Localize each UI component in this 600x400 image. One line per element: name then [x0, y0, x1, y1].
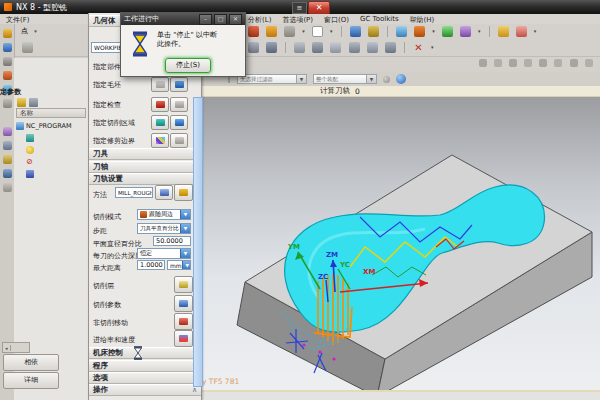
- toolbar-icon[interactable]: [312, 42, 323, 53]
- navigator-item-nc-program[interactable]: NC_PROGRAM: [16, 120, 86, 131]
- toolbar-icon[interactable]: [266, 26, 277, 37]
- window-close-button[interactable]: ✕: [308, 1, 330, 15]
- chevron-up-icon[interactable]: ∧: [192, 386, 197, 394]
- toolbar-icon[interactable]: [350, 26, 361, 37]
- chevron-down-icon[interactable]: ▼: [180, 249, 190, 258]
- resource-icon[interactable]: [3, 43, 12, 52]
- section-machine-control[interactable]: 机床控制 ∨: [89, 347, 201, 359]
- navigator-item[interactable]: [16, 144, 86, 155]
- dialog-scrollbar[interactable]: [193, 97, 203, 387]
- section-options[interactable]: 选项 ∨: [89, 372, 201, 384]
- toolbar-dropdown-icon[interactable]: ▾: [330, 28, 333, 34]
- edit-pencil-icon[interactable]: [17, 98, 26, 107]
- resource-icon[interactable]: [3, 183, 12, 192]
- toolbar-icon[interactable]: [294, 42, 305, 53]
- cutting-parameters-button[interactable]: [174, 295, 193, 312]
- navigator-item[interactable]: [16, 168, 86, 179]
- resource-icon[interactable]: [3, 57, 12, 66]
- chevron-down-icon[interactable]: ▼: [296, 75, 306, 83]
- stepover-combo[interactable]: 刀具平直百分比 ▼: [137, 223, 191, 234]
- specify-check-button[interactable]: [151, 97, 169, 112]
- toolbar-icon[interactable]: [330, 42, 341, 53]
- selection-scope-combo[interactable]: 整个装配 ▼: [313, 74, 377, 84]
- close-icon[interactable]: ✕: [229, 14, 242, 25]
- toolbar-icon[interactable]: [585, 59, 593, 67]
- sphere-view-icon[interactable]: [396, 74, 406, 84]
- resource-icon[interactable]: [3, 99, 12, 108]
- resource-icon[interactable]: [3, 29, 12, 38]
- toolbar-icon[interactable]: [516, 26, 527, 37]
- resource-icon[interactable]: [3, 127, 12, 136]
- percent-flat-field[interactable]: 50.0000: [153, 236, 191, 246]
- toolbar-icon[interactable]: [442, 26, 453, 37]
- section-tool-axis[interactable]: 刀轴 ∨: [89, 161, 201, 173]
- toolbar-icon[interactable]: [22, 42, 33, 53]
- display-check-button[interactable]: [170, 97, 188, 112]
- specify-blank-button[interactable]: [151, 77, 169, 92]
- resource-icon[interactable]: [3, 71, 12, 80]
- toolbar-dropdown-icon[interactable]: ▾: [432, 28, 435, 34]
- toolbar-icon[interactable]: [414, 26, 425, 37]
- toolbar-icon[interactable]: [479, 59, 487, 67]
- window-menu-icon[interactable]: ≡: [292, 2, 307, 14]
- toolbar-icon[interactable]: [396, 26, 407, 37]
- dependencies-button[interactable]: 相依: [3, 354, 59, 371]
- resource-icon[interactable]: [3, 155, 12, 164]
- chevron-down-icon[interactable]: ▼: [182, 261, 191, 269]
- toolbar-icon[interactable]: [460, 26, 471, 37]
- max-distance-field[interactable]: 1.0000: [137, 260, 165, 270]
- toolbar-dropdown-icon[interactable]: ▾: [478, 28, 481, 34]
- section-tool[interactable]: 刀具 ∨: [89, 148, 201, 160]
- section-actions[interactable]: 操作 ∧: [89, 384, 201, 396]
- depth-per-cut-combo[interactable]: 恒定 ▼: [137, 248, 191, 259]
- toolbar-icon[interactable]: [494, 59, 502, 67]
- toolbar-icon[interactable]: [367, 42, 378, 53]
- display-trim-button[interactable]: [170, 133, 188, 148]
- toolbar-icon[interactable]: [248, 26, 259, 37]
- chevron-down-icon[interactable]: ▼: [180, 224, 190, 233]
- toolbar-icon[interactable]: [385, 42, 396, 53]
- non-cutting-moves-button[interactable]: [174, 313, 193, 330]
- selection-filter-combo[interactable]: 无选择过滤器 ▼: [237, 74, 307, 84]
- toolbar-icon[interactable]: [266, 42, 277, 53]
- toolbar-icon[interactable]: [539, 59, 547, 67]
- chevron-down-icon[interactable]: ▼: [366, 75, 376, 83]
- navigator-tool-icon[interactable]: [29, 98, 38, 107]
- display-cut-area-button[interactable]: [170, 115, 188, 130]
- method-combo[interactable]: MILL_ROUGH ▼: [115, 187, 153, 198]
- feeds-speeds-button[interactable]: [174, 330, 193, 347]
- toolbar-icon[interactable]: [524, 59, 532, 67]
- maximize-icon[interactable]: □: [214, 14, 227, 25]
- resource-icon[interactable]: [3, 113, 12, 122]
- point-dropdown-icon[interactable]: ▾: [34, 28, 37, 34]
- display-blank-button[interactable]: [170, 77, 188, 92]
- toolbar-icon[interactable]: [498, 26, 509, 37]
- cut-levels-button[interactable]: [174, 276, 193, 293]
- toolbar-dropdown-icon[interactable]: ▾: [431, 44, 434, 50]
- toolbar-icon[interactable]: [248, 42, 259, 53]
- max-distance-unit-combo[interactable]: mm ▼: [167, 260, 191, 270]
- specify-trim-button[interactable]: [151, 133, 169, 148]
- graphics-viewport[interactable]: YM YC ZM ZC XM y TF5 781: [200, 97, 600, 390]
- toolbar-dropdown-icon[interactable]: ▾: [302, 28, 305, 34]
- toolbar-icon[interactable]: [509, 59, 517, 67]
- resource-icon[interactable]: [3, 141, 12, 150]
- progress-title-bar[interactable]: 工作进行中 – □ ✕: [121, 13, 245, 25]
- navigator-item[interactable]: [16, 132, 86, 143]
- toolbar-icon[interactable]: [312, 26, 323, 37]
- navigator-name-header[interactable]: 名称: [16, 108, 86, 118]
- toolbar-dropdown-icon[interactable]: ▾: [534, 28, 537, 34]
- navigator-item[interactable]: ⊘: [16, 156, 86, 167]
- scroll-left-icon[interactable]: ◂: [3, 345, 11, 351]
- resource-icon[interactable]: [3, 169, 12, 178]
- cut-pattern-combo[interactable]: 跟随周边 ▼: [137, 209, 191, 220]
- navigator-h-scrollbar[interactable]: ◂: [2, 342, 30, 353]
- stop-button[interactable]: 停止(S): [165, 58, 211, 73]
- delete-x-icon[interactable]: ✕: [413, 42, 424, 53]
- toolbar-icon[interactable]: [349, 42, 360, 53]
- snap-point-icon[interactable]: [383, 76, 390, 83]
- point-tool-label[interactable]: 点: [21, 27, 28, 35]
- minimize-icon[interactable]: –: [199, 14, 212, 25]
- specify-cut-area-button[interactable]: [151, 115, 169, 130]
- edit-method-button[interactable]: [155, 185, 173, 200]
